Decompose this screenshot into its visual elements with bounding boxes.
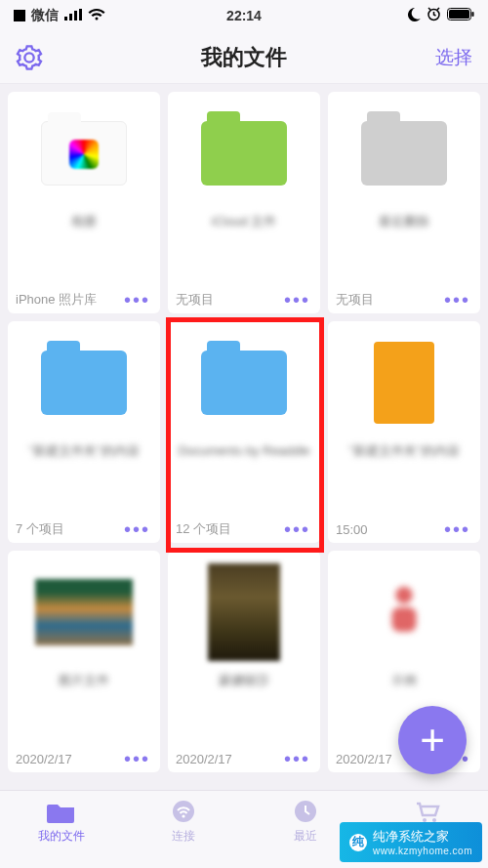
card-meta: 7 个项目	[16, 520, 64, 538]
card-name: 相册	[16, 213, 152, 254]
card-meta: 无项目	[336, 291, 374, 309]
tab-my-files[interactable]: 我的文件	[0, 799, 122, 845]
card-meta: 2020/2/17	[16, 752, 72, 766]
more-button[interactable]: •••	[282, 749, 312, 768]
svg-rect-9	[392, 607, 417, 632]
tab-label: 连接	[172, 828, 195, 845]
image-card[interactable]: 图片文件 2020/2/17 •••	[8, 551, 160, 772]
folder-card[interactable]: iCloud 文件 无项目 •••	[168, 92, 320, 313]
card-name: "新建文件夹"的内容	[16, 442, 152, 483]
battery-icon	[447, 8, 474, 23]
app-indicator-icon	[14, 10, 25, 21]
signal-icon	[64, 8, 82, 23]
folder-icon	[47, 799, 76, 824]
cart-icon	[413, 799, 442, 824]
status-app-name: 微信	[31, 7, 59, 24]
card-meta: 2020/2/17	[336, 752, 392, 766]
folder-card[interactable]: 相册 iPhone 照片库 •••	[8, 92, 160, 313]
settings-button[interactable]	[16, 44, 43, 71]
green-folder-icon	[201, 121, 287, 186]
folder-card-highlighted[interactable]: Documents by Readdle 12 个项目 •••	[168, 321, 320, 543]
alarm-icon	[427, 7, 441, 24]
add-button[interactable]: +	[398, 706, 467, 774]
photos-folder-icon	[41, 121, 127, 186]
landscape-thumbnail-icon	[35, 579, 133, 645]
plus-icon: +	[420, 716, 445, 765]
grey-folder-icon	[361, 121, 447, 186]
watermark-brand: 纯净系统之家	[373, 829, 449, 844]
status-time: 22:14	[226, 8, 262, 23]
blue-folder-icon	[41, 351, 127, 415]
blue-folder-icon	[201, 351, 287, 415]
card-name: 图片文件	[16, 672, 152, 713]
people-icon	[380, 583, 428, 641]
svg-rect-1	[69, 14, 72, 21]
folder-card[interactable]: 最近删除 无项目 •••	[328, 92, 480, 313]
mona-thumbnail-icon	[208, 563, 280, 661]
card-meta: 无项目	[176, 291, 214, 309]
wifi-icon	[88, 8, 105, 23]
file-card[interactable]: "新建文件夹"的内容 15:00 •••	[328, 321, 480, 543]
image-card[interactable]: 蒙娜丽莎 2020/2/17 •••	[168, 551, 320, 772]
svg-rect-2	[74, 11, 77, 21]
svg-point-11	[182, 814, 184, 817]
card-name: Documents by Readdle	[176, 442, 312, 483]
more-button[interactable]: •••	[282, 519, 312, 539]
watermark-url: www.kzmyhome.com	[373, 846, 472, 856]
more-button[interactable]: •••	[282, 290, 312, 310]
card-name: 蒙娜丽莎	[176, 672, 312, 713]
folder-card[interactable]: "新建文件夹"的内容 7 个项目 •••	[8, 321, 160, 543]
svg-rect-3	[79, 9, 82, 21]
moon-icon	[407, 8, 421, 24]
more-button[interactable]: •••	[122, 519, 152, 539]
card-name: iCloud 文件	[176, 213, 312, 254]
orange-file-icon	[374, 342, 434, 424]
card-meta: iPhone 照片库	[16, 291, 97, 309]
card-meta: 15:00	[336, 522, 368, 537]
more-button[interactable]: •••	[122, 749, 152, 768]
wifi-circle-icon	[169, 799, 198, 824]
tab-label: 最近	[294, 828, 317, 845]
tab-label: 我的文件	[38, 828, 85, 845]
card-name: "新建文件夹"的内容	[336, 442, 472, 483]
svg-point-8	[395, 587, 413, 604]
watermark-logo-icon: 纯	[349, 834, 367, 851]
card-meta: 12 个项目	[176, 520, 231, 538]
card-name: 示例	[336, 672, 472, 713]
file-grid: 相册 iPhone 照片库 ••• iCloud 文件 无项目 ••• 最近删除…	[0, 84, 488, 780]
svg-rect-6	[449, 10, 469, 19]
nav-bar: 我的文件 选择	[0, 31, 488, 84]
more-button[interactable]: •••	[442, 519, 472, 539]
watermark: 纯 纯净系统之家 www.kzmyhome.com	[340, 822, 482, 862]
svg-rect-0	[64, 17, 67, 21]
select-button[interactable]: 选择	[435, 45, 472, 70]
more-button[interactable]: •••	[442, 290, 472, 310]
svg-rect-7	[472, 12, 474, 17]
more-button[interactable]: •••	[122, 290, 152, 310]
clock-icon	[291, 799, 320, 824]
tab-connect[interactable]: 连接	[122, 799, 244, 845]
card-meta: 2020/2/17	[176, 752, 232, 766]
page-title: 我的文件	[201, 43, 287, 72]
card-name: 最近删除	[336, 213, 472, 254]
status-bar: 微信 22:14	[0, 0, 488, 31]
